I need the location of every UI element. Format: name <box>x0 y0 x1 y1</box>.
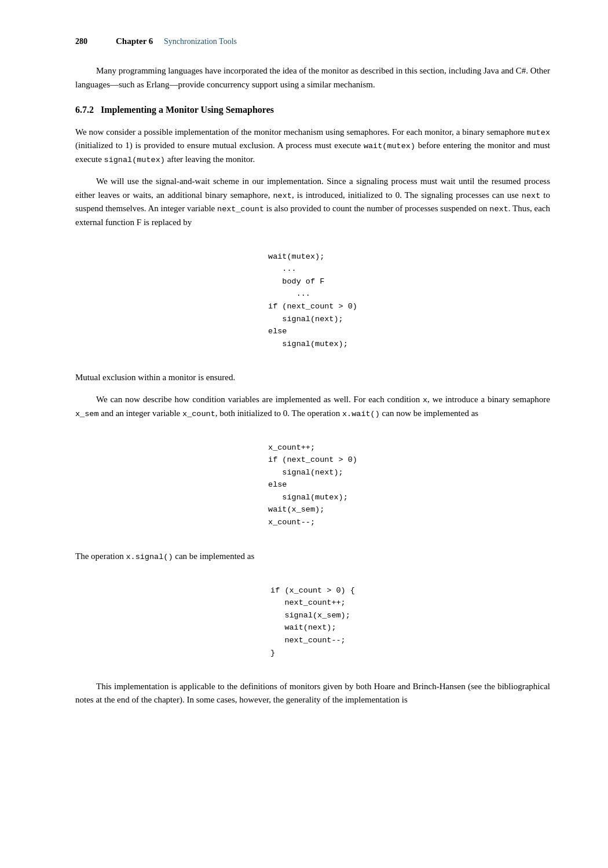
code-block-1: wait(mutex); ... body of F ... if (next_… <box>75 240 550 361</box>
paragraph-5: The operation x.signal() can be implemen… <box>75 550 550 564</box>
section-number: 6.7.2 <box>75 105 94 115</box>
chapter-title: Synchronization Tools <box>164 37 237 46</box>
page: 280 Chapter 6 Synchronization Tools Many… <box>0 0 608 868</box>
section-title: Implementing a Monitor Using Semaphores <box>101 105 274 115</box>
paragraph-6: This implementation is applicable to the… <box>75 680 550 707</box>
paragraph-1: We now consider a possible implementatio… <box>75 126 550 167</box>
page-number: 280 <box>75 35 93 48</box>
code-block-2: x_count++; if (next_count > 0) signal(ne… <box>75 431 550 539</box>
chapter-header: Chapter 6 Synchronization Tools <box>116 35 237 48</box>
page-header: 280 Chapter 6 Synchronization Tools <box>75 35 550 48</box>
paragraph-2: We will use the signal-and-wait scheme i… <box>75 175 550 229</box>
code-block-1-content: wait(mutex); ... body of F ... if (next_… <box>268 251 357 351</box>
code-block-2-content: x_count++; if (next_count > 0) signal(ne… <box>268 442 357 529</box>
section-heading: 6.7.2 Implementing a Monitor Using Semap… <box>75 103 550 117</box>
intro-paragraph: Many programming languages have incorpor… <box>75 64 550 91</box>
code-block-3: if (x_count > 0) { next_count++; signal(… <box>75 574 550 670</box>
paragraph-4: We can now describe how condition variab… <box>75 393 550 421</box>
content-area: Many programming languages have incorpor… <box>75 64 550 707</box>
chapter-label: Chapter 6 <box>116 36 153 46</box>
paragraph-3: Mutual exclusion within a monitor is ens… <box>75 371 550 384</box>
code-block-3-content: if (x_count > 0) { next_count++; signal(… <box>270 584 355 660</box>
